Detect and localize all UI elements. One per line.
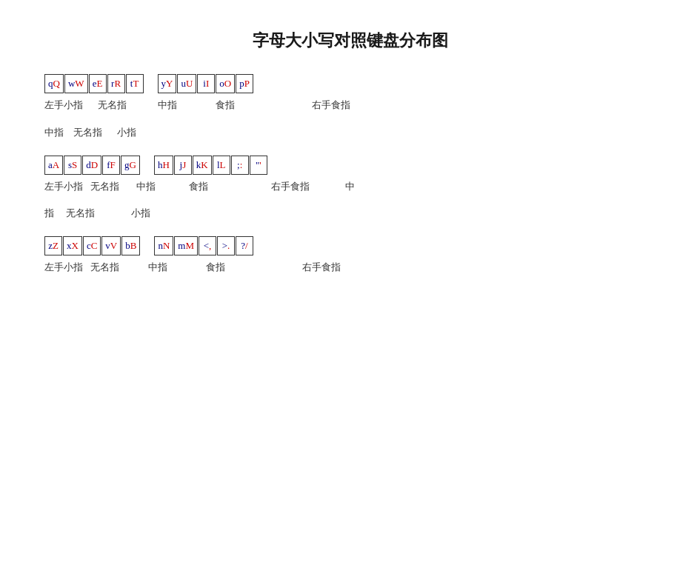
keyboard-row-2: aAsSdDfFgGhHjJkKlL;:"'左手小指 无名指 中指 食指 右手食… <box>44 156 656 222</box>
keys-line-1: qQwWeErRtTyYuUiIoOpP <box>44 74 656 93</box>
key-row1-right-4[interactable]: pP <box>236 74 253 93</box>
finger-label-3-line1: 左手小指 无名指 中指 食指 右手食指 <box>44 260 656 275</box>
key-row2-right-4[interactable]: ;: <box>231 156 249 175</box>
key-row3-left-4[interactable]: bB <box>121 236 140 255</box>
key-row1-left-2[interactable]: eE <box>89 74 107 93</box>
key-row2-left-3[interactable]: fF <box>102 156 120 175</box>
key-row3-right-1[interactable]: mM <box>174 236 198 255</box>
key-row3-left-1[interactable]: xX <box>63 236 82 255</box>
key-row3-right-2[interactable]: <, <box>199 236 216 255</box>
keyboard-row-1: qQwWeErRtTyYuUiIoOpP左手小指 无名指 中指 食指 右手食指中… <box>44 74 656 141</box>
key-row2-left-2[interactable]: dD <box>82 156 101 175</box>
key-row2-right-1[interactable]: jJ <box>174 156 192 175</box>
key-row1-right-0[interactable]: yY <box>158 74 177 93</box>
key-row2-left-0[interactable]: aA <box>44 156 63 175</box>
keys-line-3: zZxXcCvVbBnNmM<,>.?/ <box>44 236 656 255</box>
finger-label-2-line1: 左手小指 无名指 中指 食指 右手食指 中 <box>44 179 656 195</box>
page-title: 字母大小写对照键盘分布图 <box>44 30 656 52</box>
key-row3-left-2[interactable]: cC <box>83 236 101 255</box>
key-row1-right-1[interactable]: uU <box>177 74 196 93</box>
key-row3-right-3[interactable]: >. <box>217 236 235 255</box>
key-row3-right-4[interactable]: ?/ <box>236 236 253 255</box>
key-row1-left-3[interactable]: rR <box>107 74 125 93</box>
key-row2-left-1[interactable]: sS <box>64 156 81 175</box>
finger-label-2-line2: 指 无名指 小指 <box>44 206 656 221</box>
key-row2-left-4[interactable]: gG <box>121 156 140 175</box>
key-row1-left-1[interactable]: wW <box>64 74 88 93</box>
key-row2-right-2[interactable]: kK <box>193 156 212 175</box>
keys-line-2: aAsSdDfFgGhHjJkKlL;:"' <box>44 156 656 175</box>
key-row3-right-0[interactable]: nN <box>154 236 173 255</box>
key-row1-right-3[interactable]: oO <box>216 74 235 93</box>
key-row2-right-5[interactable]: "' <box>250 156 267 175</box>
finger-label-1-line2: 中指 无名指 小指 <box>44 125 656 141</box>
keyboard-row-3: zZxXcCvVbBnNmM<,>.?/左手小指 无名指 中指 食指 右手食指 <box>44 236 656 275</box>
key-row3-left-3[interactable]: vV <box>101 236 121 255</box>
key-row2-right-3[interactable]: lL <box>213 156 230 175</box>
key-row3-left-0[interactable]: zZ <box>44 236 62 255</box>
key-row2-right-0[interactable]: hH <box>154 156 173 175</box>
key-row1-left-0[interactable]: qQ <box>44 74 64 93</box>
key-row1-right-2[interactable]: iI <box>197 74 215 93</box>
key-row1-left-4[interactable]: tT <box>126 74 144 93</box>
finger-label-1-line1: 左手小指 无名指 中指 食指 右手食指 <box>44 98 656 113</box>
